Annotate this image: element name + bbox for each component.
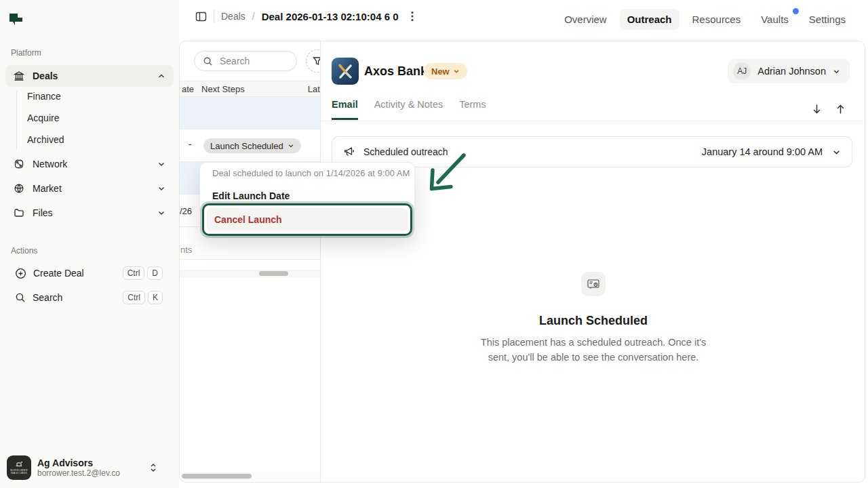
launch-options-menu: Deal scheduled to launch on 1/14/2026 at… [199, 162, 415, 237]
table-hscrollbar [180, 270, 321, 277]
empty-state-description: This placement has a scheduled outreach.… [478, 335, 709, 365]
tab-resources[interactable]: Resources [685, 9, 749, 30]
filter-button[interactable] [306, 49, 321, 73]
globe-icon [14, 183, 24, 194]
breadcrumb-current-title: Deal 2026-01-13 02:10:04 6 0 [262, 11, 399, 22]
megaphone-icon [343, 146, 355, 158]
breadcrumb-parent-link[interactable]: Deals [221, 11, 245, 22]
sidebar-item-acquire[interactable]: Acquire [27, 109, 163, 127]
search-action-button[interactable]: Search Ctrl K [5, 287, 174, 308]
chevron-down-icon [833, 68, 840, 75]
workspace-avatar-caption: BORROWER MAGICIANS [7, 469, 31, 474]
empty-state: Launch Scheduled This placement has a sc… [321, 272, 865, 365]
tab-settings[interactable]: Settings [802, 9, 853, 30]
cell-value: - [189, 139, 192, 150]
sidebar-item-network[interactable]: Network [5, 153, 174, 175]
search-icon [15, 292, 26, 303]
annotation-highlight-box: Cancel Launch [202, 203, 412, 236]
sidebar-toggle-icon[interactable] [195, 11, 207, 22]
sidebar-item-label: Files [33, 207, 53, 218]
outreach-time: January 14 around 9:00 AM [702, 146, 823, 157]
sidebar-item-deals[interactable]: Deals [5, 65, 174, 87]
tab-activity-notes[interactable]: Activity & Notes [374, 99, 443, 120]
chevron-down-icon [288, 142, 294, 149]
tab-label: Vaults [761, 14, 789, 25]
chevron-up-icon [157, 72, 165, 80]
folder-icon [14, 207, 24, 218]
assignee-selector[interactable]: AJ Adrian Johnson [728, 59, 850, 83]
funnel-icon [313, 56, 321, 66]
launch-scheduled-badge[interactable]: Launch Scheduled [203, 138, 301, 153]
tab-overview[interactable]: Overview [557, 9, 614, 30]
sidebar-item-market[interactable]: Market [5, 178, 174, 199]
sidebar-item-label: Market [33, 183, 62, 194]
breadcrumb: Deals / Deal 2026-01-13 02:10:04 6 0 [195, 9, 414, 23]
kebab-menu-icon[interactable] [411, 11, 414, 22]
assignee-name: Adrian Johnson [757, 66, 826, 77]
workspace-email: borrower.test.2@lev.co [37, 468, 120, 479]
chevron-down-icon [453, 68, 460, 75]
tab-outreach[interactable]: Outreach [620, 9, 679, 30]
sidebar: Platform Deals Finance Acquire Archived … [0, 0, 179, 488]
kbd-ctrl: Ctrl [123, 266, 145, 280]
cancel-launch-menu-item[interactable]: Cancel Launch [207, 208, 408, 231]
sidebar-item-label: Deals [33, 70, 58, 81]
workspace-avatar: BORROWER MAGICIANS [7, 455, 31, 480]
actions-section-label: Actions [11, 246, 37, 256]
arrow-down-icon[interactable] [812, 104, 822, 115]
tabs-divider [321, 121, 865, 121]
scheduled-email-icon [581, 272, 606, 296]
breadcrumb-divider [214, 9, 214, 23]
sidebar-item-archived[interactable]: Archived [27, 131, 163, 148]
bank-icon [14, 70, 24, 81]
outreach-schedule-dropdown[interactable]: January 14 around 9:00 AM [702, 146, 841, 157]
sidebar-item-finance[interactable]: Finance [27, 87, 163, 105]
deal-detail-panel: Axos Bank New AJ Adrian Johnson Email Ac… [321, 41, 865, 482]
badge-label: Launch Scheduled [210, 141, 283, 151]
tab-terms[interactable]: Terms [459, 99, 486, 120]
deal-content-card: ate Next Steps Late - Launch Scheduled /… [179, 41, 865, 483]
tab-email[interactable]: Email [332, 99, 358, 120]
notification-dot [793, 8, 799, 14]
badge-label: New [431, 66, 450, 77]
edit-launch-date-menu-item[interactable]: Edit Launch Date [212, 190, 290, 201]
scrollbar-thumb[interactable] [259, 271, 288, 276]
chevron-down-icon [832, 148, 841, 157]
kbd-ctrl: Ctrl [123, 291, 145, 304]
sidebar-item-files[interactable]: Files [5, 202, 174, 224]
deals-list-panel: ate Next Steps Late - Launch Scheduled /… [180, 41, 321, 482]
platform-section-label: Platform [11, 48, 41, 58]
cell-value: nts [180, 245, 192, 255]
column-header: Next Steps [201, 84, 245, 94]
search-icon [203, 56, 213, 66]
plus-circle-icon [15, 268, 26, 279]
create-deal-button[interactable]: Create Deal Ctrl D [5, 263, 174, 283]
network-icon [14, 159, 24, 169]
launch-info-text: Deal scheduled to launch on 1/14/2026 at… [212, 168, 410, 178]
workspace-name: Ag Advisors [37, 458, 120, 468]
action-label: Create Deal [33, 268, 84, 279]
top-header: Deals / Deal 2026-01-13 02:10:04 6 0 Ove… [179, 0, 868, 41]
deal-status-badge[interactable]: New [424, 63, 467, 79]
panel-hscrollbar [180, 472, 321, 480]
scrollbar-thumb[interactable] [182, 474, 252, 479]
column-header: ate [182, 84, 194, 94]
sidebar-item-label: Network [33, 159, 67, 169]
cell-value: /26 [180, 206, 192, 216]
table-row[interactable]: - Launch Scheduled [180, 129, 321, 162]
app-logo-icon [8, 11, 24, 27]
subnav-indent-line [16, 91, 17, 149]
arrow-up-icon[interactable] [835, 104, 846, 115]
workspace-switcher[interactable]: BORROWER MAGICIANS Ag Advisors borrower.… [7, 454, 172, 481]
table-row[interactable] [180, 97, 321, 129]
outreach-label: Scheduled outreach [363, 146, 448, 157]
conversation-tabs: Email Activity & Notes Terms [332, 99, 486, 120]
list-search[interactable] [194, 51, 297, 71]
tab-vaults[interactable]: Vaults [753, 9, 796, 30]
search-input[interactable] [220, 56, 288, 66]
table-header-row: ate Next Steps Late [180, 81, 321, 97]
deal-top-tabs: Overview Outreach Resources Vaults Setti… [557, 9, 853, 30]
subnav-label: Archived [27, 134, 64, 145]
chevron-updown-icon [149, 462, 157, 473]
breadcrumb-separator: / [252, 11, 255, 22]
